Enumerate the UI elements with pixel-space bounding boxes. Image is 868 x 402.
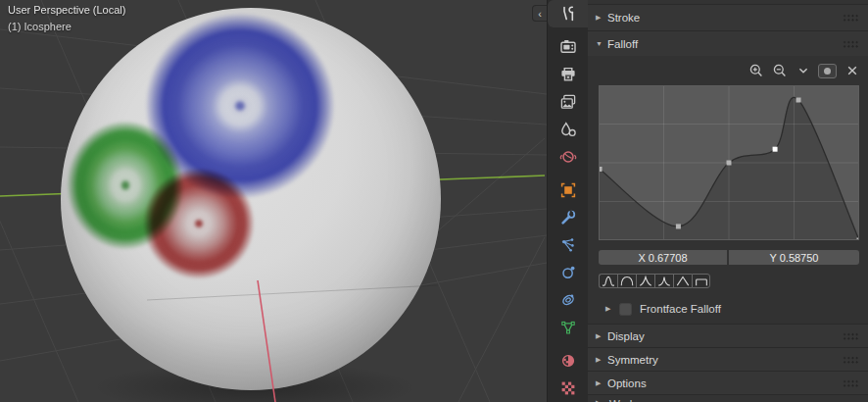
properties-tab-object[interactable] (548, 176, 588, 204)
render-icon (559, 38, 577, 56)
viewport-3d[interactable]: User Perspective (Local) (1) Icosphere ‹ (0, 0, 547, 402)
panel-header-symmetry[interactable]: ▶ Symmetry (588, 348, 868, 372)
properties-tab-constraints[interactable] (548, 286, 588, 314)
properties-tab-modifiers[interactable] (548, 204, 588, 231)
panel-header-stroke[interactable]: ▶ Stroke (588, 4, 868, 31)
frontface-falloff-label: Frontface Falloff (640, 303, 721, 315)
properties-tab-render[interactable] (548, 33, 588, 61)
panel-label: Workspace (609, 398, 665, 402)
properties-tab-bar (547, 0, 588, 402)
panel-grip-handle[interactable] (843, 332, 859, 340)
chevron-right-icon: ▶ (596, 332, 607, 340)
physics-icon (559, 264, 577, 281)
panel-label: Stroke (607, 12, 640, 24)
panel-label: Falloff (607, 38, 638, 50)
properties-panel: ▶ Stroke ▼ Falloff X 0.67708 Y 0.58750 ▶ (588, 0, 868, 402)
object-data-icon (559, 319, 577, 336)
delete-icon (844, 63, 860, 78)
viewport-perspective-label: User Perspective (Local) (8, 4, 125, 17)
curve-control-point[interactable] (727, 161, 732, 166)
panel-label: Symmetry (607, 354, 658, 366)
blender-window: User Perspective (Local) (1) Icosphere ‹… (0, 0, 868, 402)
panel-header-display[interactable]: ▶ Display (588, 325, 868, 348)
scene-icon (559, 121, 577, 138)
modifiers-icon (559, 209, 577, 226)
world-icon (559, 148, 577, 166)
constraints-icon (559, 291, 577, 309)
use-clipping-toggle[interactable] (818, 64, 837, 78)
root-curve-icon (638, 276, 653, 287)
point-x-field[interactable]: X 0.67708 (599, 250, 727, 265)
linear-curve-icon (675, 276, 691, 287)
sphere-curve-icon (619, 276, 635, 287)
zoom-in-button[interactable] (747, 63, 764, 79)
falloff-curve-widget[interactable] (599, 85, 859, 240)
point-y-field[interactable]: Y 0.58750 (729, 250, 859, 265)
material-icon (559, 352, 577, 370)
falloff-preset-root-button[interactable] (636, 274, 654, 288)
panel-header-workspace-clipped[interactable]: ▶ Workspace (588, 395, 868, 402)
properties-tab-texture[interactable] (548, 375, 588, 402)
delete-button[interactable] (844, 63, 860, 79)
falloff-preset-linear-button[interactable] (673, 274, 692, 288)
viewport-object-label: (1) Icosphere (8, 21, 72, 33)
smooth-curve-icon (601, 276, 616, 287)
chevron-right-icon: ▶ (596, 14, 607, 22)
properties-tab-view-layer[interactable] (548, 88, 588, 116)
collapse-region-button[interactable]: ‹ (532, 5, 547, 22)
panel-grip-handle[interactable] (843, 14, 859, 22)
panel-header-falloff[interactable]: ▼ Falloff (588, 31, 868, 56)
particles-icon (559, 236, 577, 254)
clipping-dot-icon (824, 68, 831, 75)
panel-grip-handle[interactable] (843, 40, 859, 48)
dropdown-button[interactable] (795, 63, 811, 79)
texture-icon (559, 379, 577, 397)
properties-tab-material[interactable] (548, 347, 588, 375)
tool-icon (559, 5, 577, 23)
sharp-curve-icon (656, 276, 672, 287)
properties-tab-particles[interactable] (548, 231, 588, 259)
panel-label: Options (607, 377, 647, 389)
properties-tab-object-data[interactable] (548, 314, 588, 341)
curve-point-coords: X 0.67708 Y 0.58750 (599, 250, 859, 265)
properties-tab-scene[interactable] (548, 116, 588, 143)
panel-header-options[interactable]: ▶ Options (588, 372, 868, 395)
falloff-preset-sphere-button[interactable] (617, 274, 636, 288)
zoom-in-icon (748, 63, 764, 78)
view-layer-icon (559, 93, 577, 111)
curve-toolbar (747, 62, 860, 79)
frontface-falloff-checkbox[interactable] (619, 303, 632, 316)
dropdown-icon (796, 63, 811, 78)
object-icon (559, 181, 577, 199)
curve-control-point[interactable] (676, 224, 681, 228)
falloff-panel-body: X 0.67708 Y 0.58750 ▶ Frontface Falloff (588, 56, 868, 325)
zoom-out-icon (772, 63, 788, 78)
properties-tab-world[interactable] (548, 143, 588, 171)
properties-tab-physics[interactable] (548, 259, 588, 286)
panel-grip-handle[interactable] (843, 356, 859, 364)
falloff-preset-row (599, 274, 710, 288)
chevron-left-icon: ‹ (538, 8, 542, 20)
viewport-overlay (0, 0, 547, 402)
axis-x-red (258, 280, 275, 402)
curve-control-point[interactable] (796, 98, 801, 103)
falloff-preset-constant-button[interactable] (692, 274, 710, 288)
falloff-preset-sharp-button[interactable] (654, 274, 673, 288)
curve-control-point-selected[interactable] (773, 147, 778, 152)
zoom-out-button[interactable] (771, 63, 788, 79)
panel-grip-handle[interactable] (843, 379, 859, 387)
chevron-right-icon: ▶ (605, 305, 619, 313)
falloff-preset-smooth-button[interactable] (599, 274, 617, 288)
output-icon (559, 66, 577, 83)
panel-label: Display (607, 330, 645, 342)
subpanel-frontface-falloff[interactable]: ▶ Frontface Falloff (588, 297, 868, 321)
properties-tab-tool[interactable] (548, 0, 588, 27)
properties-tab-output[interactable] (548, 61, 588, 88)
constant-curve-icon (694, 276, 709, 287)
chevron-right-icon: ▶ (596, 356, 607, 364)
chevron-down-icon: ▼ (596, 40, 607, 47)
chevron-right-icon: ▶ (596, 379, 607, 387)
